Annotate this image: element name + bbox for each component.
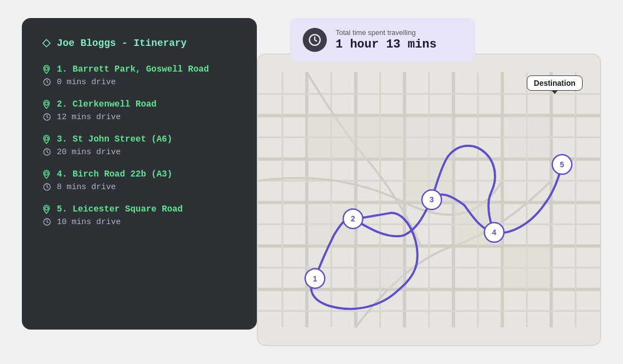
stop-label-3: 3. St John Street (A6)	[57, 134, 172, 144]
time-card: Total time spent travelling 1 hour 13 mi…	[290, 18, 475, 62]
stop-name-4: 4. Birch Road 22b (A3)	[42, 169, 237, 180]
clock-icon-1	[43, 77, 51, 87]
svg-point-0	[45, 67, 48, 71]
stop-label-1: 1. Barrett Park, Goswell Road	[57, 64, 209, 74]
itinerary-title-text: Joe Bloggs - Itinerary	[57, 38, 187, 49]
clock-icon-5	[43, 217, 51, 227]
stop-drive-label-3: 20 mins drive	[57, 148, 121, 157]
map-svg: 1 2 3 4 5	[258, 55, 600, 345]
stop-label-4: 4. Birch Road 22b (A3)	[57, 169, 172, 179]
svg-text:5: 5	[560, 160, 565, 169]
clock-icon-4	[43, 182, 51, 192]
stop-drive-label-2: 12 mins drive	[57, 113, 121, 122]
location-icon-3	[42, 134, 51, 145]
stop-item-4: 4. Birch Road 22b (A3) 8 mins drive	[42, 169, 237, 192]
destination-label: Destination	[527, 75, 583, 91]
stop-name-2: 2. Clerkenwell Road	[42, 99, 237, 110]
svg-text:1: 1	[313, 274, 317, 283]
svg-rect-41	[356, 246, 404, 289]
svg-text:3: 3	[430, 195, 434, 204]
time-value: 1 hour 13 mins	[336, 38, 437, 51]
svg-text:4: 4	[492, 228, 496, 237]
map-container: 1 2 3 4 5 Destination	[257, 54, 601, 346]
stop-drive-2: 12 mins drive	[42, 112, 237, 122]
diamond-icon	[42, 38, 51, 48]
stop-drive-3: 20 mins drive	[42, 147, 237, 157]
stop-label-5: 5. Leicester Square Road	[57, 204, 183, 214]
svg-point-2	[45, 102, 48, 105]
location-icon-2	[42, 99, 51, 110]
time-card-text: Total time spent travelling 1 hour 13 mi…	[336, 28, 437, 51]
stop-drive-label-1: 0 mins drive	[57, 78, 116, 87]
stop-name-5: 5. Leicester Square Road	[42, 204, 237, 215]
stop-name-3: 3. St John Street (A6)	[42, 134, 237, 145]
stop-item-3: 3. St John Street (A6) 20 mins drive	[42, 134, 237, 157]
svg-text:2: 2	[351, 214, 355, 223]
svg-rect-36	[356, 116, 404, 158]
svg-point-4	[45, 137, 48, 140]
stop-item-1: 1. Barrett Park, Goswell Road 0 mins dri…	[42, 64, 237, 87]
svg-rect-35	[307, 116, 355, 158]
clock-icon-2	[43, 112, 51, 122]
location-icon-5	[42, 204, 51, 215]
location-icon-4	[42, 169, 51, 180]
stop-item-2: 2. Clerkenwell Road 12 mins drive	[42, 99, 237, 122]
svg-point-8	[45, 207, 48, 210]
itinerary-title: Joe Bloggs - Itinerary	[42, 38, 237, 49]
stop-drive-label-4: 8 mins drive	[57, 183, 116, 192]
stop-label-2: 2. Clerkenwell Road	[57, 99, 156, 109]
right-section: Total time spent travelling 1 hour 13 mi…	[257, 18, 601, 346]
svg-rect-42	[405, 116, 452, 158]
svg-rect-43	[503, 116, 550, 158]
stop-drive-5: 10 mins drive	[42, 217, 237, 227]
svg-point-6	[45, 172, 48, 175]
stop-name-1: 1. Barrett Park, Goswell Road	[42, 64, 237, 75]
time-label: Total time spent travelling	[336, 28, 437, 37]
clock-circle	[303, 28, 327, 52]
stop-drive-label-5: 10 mins drive	[57, 218, 121, 227]
location-icon-1	[42, 64, 51, 75]
map-background: 1 2 3 4 5 Destination	[258, 55, 600, 345]
main-container: Joe Bloggs - Itinerary 1. Barrett Park, …	[22, 18, 601, 346]
itinerary-panel: Joe Bloggs - Itinerary 1. Barrett Park, …	[22, 18, 257, 330]
stop-item-5: 5. Leicester Square Road 10 mins drive	[42, 204, 237, 227]
svg-rect-39	[503, 246, 550, 289]
stop-drive-1: 0 mins drive	[42, 77, 237, 87]
stop-drive-4: 8 mins drive	[42, 182, 237, 192]
clock-icon-3	[43, 147, 51, 157]
